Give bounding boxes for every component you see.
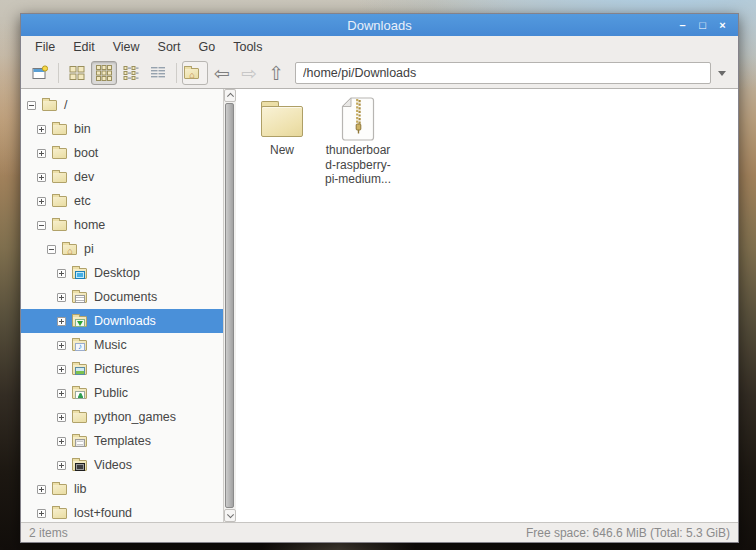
home-button[interactable]: [182, 61, 208, 85]
compact-view-button[interactable]: [118, 61, 144, 85]
expander-minus-icon[interactable]: [37, 221, 46, 230]
detailed-list-view-icon: [150, 65, 166, 81]
zip-archive-icon: [341, 97, 375, 141]
up-button[interactable]: ⇧: [263, 61, 289, 85]
menu-sort[interactable]: Sort: [149, 38, 190, 56]
menu-view[interactable]: View: [104, 38, 149, 56]
tree-item-label: home: [74, 218, 105, 232]
tree-item-home[interactable]: home: [21, 213, 223, 237]
tree-item-lib[interactable]: lib: [21, 477, 223, 501]
expander-plus-icon[interactable]: [57, 413, 66, 422]
close-button[interactable]: ×: [716, 14, 729, 36]
expander-plus-icon[interactable]: [57, 269, 66, 278]
folder-icon: [52, 193, 68, 209]
tree-item-label: Templates: [94, 434, 151, 448]
icon-view-button[interactable]: [64, 61, 90, 85]
menu-edit[interactable]: Edit: [64, 38, 104, 56]
file-view[interactable]: New thunderboar: [236, 89, 738, 522]
public-folder-icon: [72, 385, 88, 401]
detailed-list-view-button[interactable]: [145, 61, 171, 85]
toolbar-separator: [176, 63, 177, 83]
tree-item-label: lost+found: [74, 506, 132, 520]
menu-tools[interactable]: Tools: [224, 38, 271, 56]
tree-item-boot[interactable]: boot: [21, 141, 223, 165]
address-dropdown-button[interactable]: [712, 62, 732, 84]
toolbar: ⇦ ⇨ ⇧: [21, 58, 738, 88]
folder-icon: [52, 481, 68, 497]
expander-minus-icon[interactable]: [47, 245, 56, 254]
compact-view-icon: [123, 65, 139, 81]
tree-item-label: dev: [74, 170, 94, 184]
statusbar: 2 items Free space: 646.6 MiB (Total: 5.…: [21, 522, 738, 542]
tree-item-music[interactable]: Music: [21, 333, 223, 357]
tree-item-root[interactable]: /: [21, 93, 223, 117]
file-label: New: [270, 143, 294, 158]
tree-item-downloads[interactable]: Downloads: [21, 309, 223, 333]
titlebar[interactable]: Downloads – □ ×: [21, 14, 738, 36]
tree-item-videos[interactable]: Videos: [21, 453, 223, 477]
tree-item-label: python_games: [94, 410, 176, 424]
directory-tree[interactable]: / bin boot dev: [21, 89, 223, 522]
tree-item-templates[interactable]: Templates: [21, 429, 223, 453]
expander-plus-icon[interactable]: [57, 365, 66, 374]
tree-item-desktop[interactable]: Desktop: [21, 261, 223, 285]
desktop-folder-icon: [72, 265, 88, 281]
maximize-button[interactable]: □: [696, 14, 709, 36]
expander-plus-icon[interactable]: [37, 509, 46, 518]
address-bar-input[interactable]: [295, 62, 711, 84]
back-button[interactable]: ⇦: [209, 61, 235, 85]
file-label-line: d-raspberry-: [325, 158, 391, 173]
new-window-icon: [32, 65, 48, 81]
expander-plus-icon[interactable]: [37, 173, 46, 182]
tree-item-pi[interactable]: pi: [21, 237, 223, 261]
tree-item-documents[interactable]: Documents: [21, 285, 223, 309]
expander-plus-icon[interactable]: [57, 293, 66, 302]
scroll-up-button[interactable]: [224, 89, 236, 102]
tree-item-label: bin: [74, 122, 91, 136]
downloads-folder-icon: [72, 313, 88, 329]
sidebar-scrollbar[interactable]: [223, 89, 236, 522]
tree-item-label: Music: [94, 338, 127, 352]
expander-plus-icon[interactable]: [37, 485, 46, 494]
pictures-folder-icon: [72, 361, 88, 377]
expander-minus-icon[interactable]: [27, 101, 36, 110]
menubar: File Edit View Sort Go Tools: [21, 36, 738, 58]
tree-item-bin[interactable]: bin: [21, 117, 223, 141]
file-item-zip-archive[interactable]: thunderboar d-raspberry- pi-medium...: [320, 95, 396, 187]
folder-icon: [52, 217, 68, 233]
free-space-label: Free space: 646.6 MiB (Total: 5.3 GiB): [526, 526, 730, 540]
folder-icon: [52, 505, 68, 521]
expander-plus-icon[interactable]: [57, 341, 66, 350]
expander-plus-icon[interactable]: [57, 437, 66, 446]
expander-plus-icon[interactable]: [57, 317, 66, 326]
tree-item-lost-found[interactable]: lost+found: [21, 501, 223, 522]
home-folder-icon: [62, 241, 78, 257]
tree-item-label: Pictures: [94, 362, 139, 376]
thumbnail-view-icon: [96, 65, 112, 81]
tree-item-label: Downloads: [94, 314, 156, 328]
desktop-wallpaper[interactable]: Downloads – □ × File Edit View Sort Go T…: [0, 0, 756, 550]
videos-folder-icon: [72, 457, 88, 473]
tree-item-pictures[interactable]: Pictures: [21, 357, 223, 381]
menu-go[interactable]: Go: [190, 38, 225, 56]
thumbnail-view-button[interactable]: [91, 61, 117, 85]
tree-item-etc[interactable]: etc: [21, 189, 223, 213]
expander-plus-icon[interactable]: [37, 197, 46, 206]
file-item-new-folder[interactable]: New: [244, 95, 320, 158]
folder-icon: [52, 169, 68, 185]
expander-plus-icon[interactable]: [37, 149, 46, 158]
file-manager-window: Downloads – □ × File Edit View Sort Go T…: [20, 13, 739, 543]
tree-item-python-games[interactable]: python_games: [21, 405, 223, 429]
minimize-button[interactable]: –: [676, 14, 689, 36]
tree-item-dev[interactable]: dev: [21, 165, 223, 189]
forward-button[interactable]: ⇨: [236, 61, 262, 85]
expander-plus-icon[interactable]: [57, 389, 66, 398]
tree-item-public[interactable]: Public: [21, 381, 223, 405]
tree-item-label: lib: [74, 482, 87, 496]
menu-file[interactable]: File: [26, 38, 64, 56]
scrollbar-thumb[interactable]: [225, 103, 234, 508]
expander-plus-icon[interactable]: [57, 461, 66, 470]
scroll-down-button[interactable]: [224, 509, 236, 522]
new-window-button[interactable]: [27, 61, 53, 85]
expander-plus-icon[interactable]: [37, 125, 46, 134]
